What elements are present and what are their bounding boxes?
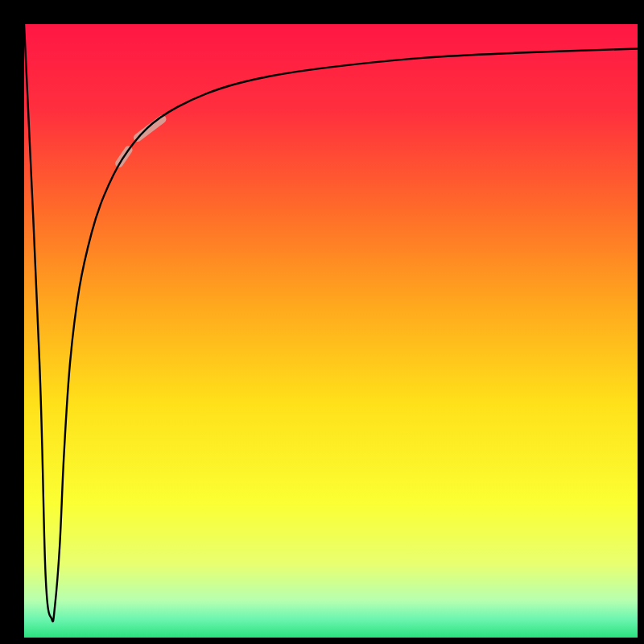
plot-background <box>24 24 638 638</box>
frame-top <box>0 0 644 24</box>
frame-right <box>638 0 644 644</box>
chart-stage: TheBottleneck.com <box>0 0 644 644</box>
frame-left <box>0 0 24 644</box>
chart-canvas <box>0 0 644 644</box>
frame-bottom <box>0 638 644 644</box>
